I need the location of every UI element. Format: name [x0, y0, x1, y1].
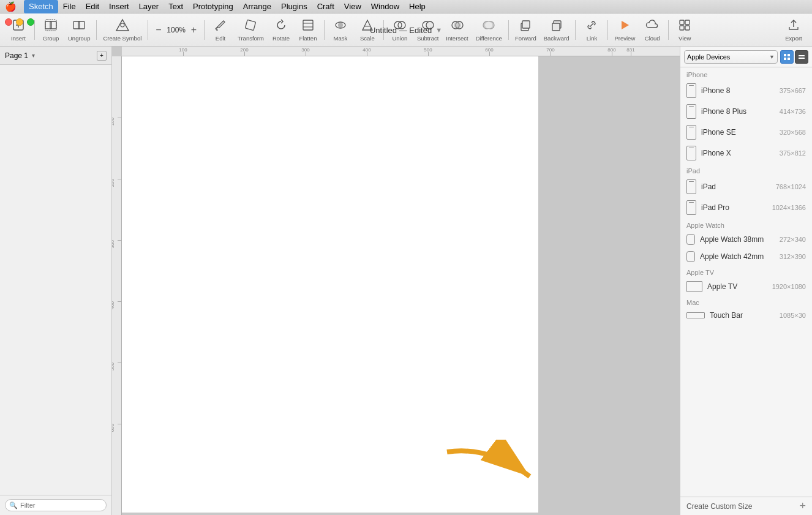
view-toggle-group [780, 50, 808, 64]
watch42-name: Apple Watch 42mm [700, 252, 775, 261]
svg-rect-42 [799, 55, 805, 56]
menu-text[interactable]: Text [164, 0, 188, 13]
transform-button[interactable]: Transform [234, 15, 268, 45]
menu-arrange[interactable]: Arrange [238, 0, 276, 13]
menu-edit[interactable]: Edit [81, 0, 104, 13]
menu-craft[interactable]: Craft [312, 0, 339, 13]
subtract-button[interactable]: Subtract [413, 15, 442, 45]
grid-view-button[interactable] [780, 50, 794, 64]
zoom-in-button[interactable]: + [190, 23, 198, 37]
list-view-button[interactable] [795, 50, 808, 64]
filter-input[interactable] [5, 499, 107, 511]
page-tab[interactable]: Page 1 ▾ + [0, 47, 111, 65]
filter-search-icon: 🔍 [9, 502, 18, 509]
backward-button[interactable]: Backward [540, 15, 573, 45]
menu-layer[interactable]: Layer [134, 0, 164, 13]
separator-6 [383, 20, 384, 40]
scale-label: Scale [360, 35, 375, 42]
footer-label: Create Custom Size [686, 502, 799, 511]
watch38-size: 272×340 [780, 236, 806, 243]
create-symbol-button[interactable]: Create Symbol [99, 15, 145, 45]
section-watch: Apple Watch [680, 218, 812, 231]
device-iphone8[interactable]: iPhone 8 375×667 [680, 80, 812, 101]
preview-button[interactable]: Preview [611, 15, 639, 45]
device-touchbar[interactable]: Touch Bar 1085×30 [680, 308, 812, 323]
svg-rect-38 [784, 54, 786, 56]
menu-help[interactable]: Help [404, 0, 430, 13]
separator-2 [96, 20, 97, 40]
menu-file[interactable]: File [58, 0, 81, 13]
menu-insert[interactable]: Insert [104, 0, 134, 13]
menu-prototyping[interactable]: Prototyping [188, 0, 238, 13]
canvas-area[interactable]: 100200300400500600700800831 100200300400… [112, 47, 680, 515]
ruler-v-tick-500 [118, 363, 121, 363]
separator-7 [508, 20, 509, 40]
union-icon [393, 18, 407, 34]
group-button[interactable]: Group [37, 15, 64, 45]
menu-window[interactable]: Window [366, 0, 404, 13]
device-iphone8plus[interactable]: iPhone 8 Plus 414×736 [680, 101, 812, 122]
device-iphonex[interactable]: iPhone X 375×812 [680, 143, 812, 164]
forward-button[interactable]: Forward [511, 15, 540, 45]
ruler-h-num-800: 800 [607, 47, 615, 53]
cloud-button[interactable]: Cloud [639, 15, 666, 45]
view-icon [678, 18, 691, 34]
svg-rect-41 [788, 58, 790, 60]
minimize-button[interactable] [16, 18, 23, 26]
ruler-h-num-300: 300 [301, 47, 309, 53]
filter-input-wrapper: 🔍 [5, 499, 107, 511]
apple-menu[interactable]: 🍎 [5, 1, 17, 12]
rotate-button[interactable]: Rotate [268, 15, 295, 45]
menu-view[interactable]: View [339, 0, 366, 13]
menu-sketch[interactable]: Sketch [24, 0, 58, 13]
export-label: Export [785, 35, 802, 42]
create-custom-size-button[interactable]: Create Custom Size + [680, 497, 812, 515]
touchbar-icon [686, 312, 705, 318]
device-ipad[interactable]: iPad 768×1024 [680, 176, 812, 197]
mask-button[interactable]: Mask [327, 15, 354, 45]
edit-button[interactable]: Edit [207, 15, 234, 45]
iphone8plus-size: 414×736 [780, 108, 806, 115]
link-label: Link [587, 35, 597, 42]
canvas-white[interactable] [122, 56, 538, 513]
export-button[interactable]: Export [780, 15, 807, 45]
device-watch42[interactable]: Apple Watch 42mm 312×390 [680, 248, 812, 265]
transform-icon [244, 18, 257, 34]
traffic-lights [5, 18, 34, 26]
device-iphonese[interactable]: iPhone SE 320×568 [680, 122, 812, 143]
difference-button[interactable]: Difference [472, 15, 506, 45]
union-button[interactable]: Union [386, 15, 413, 45]
scale-button[interactable]: Scale [354, 15, 381, 45]
toolbar: Insert Group Ungroup Create S [0, 13, 812, 47]
ipadpro-icon [686, 200, 696, 215]
watch38-name: Apple Watch 38mm [700, 235, 775, 244]
svg-point-17 [338, 23, 343, 28]
device-category-dropdown[interactable]: Apple Devices ▼ [684, 50, 778, 64]
add-page-button[interactable]: + [97, 51, 107, 61]
link-button[interactable]: Link [578, 15, 605, 45]
svg-marker-31 [622, 21, 629, 29]
close-button[interactable] [5, 18, 12, 26]
ruler-v-num-200: 200 [112, 179, 115, 187]
iphone8-size: 375×667 [780, 87, 806, 94]
zoom-out-button[interactable]: − [154, 23, 162, 37]
filter-area: 🔍 [0, 495, 111, 515]
svg-rect-34 [680, 26, 684, 30]
menu-plugins[interactable]: Plugins [276, 0, 312, 13]
preview-icon [618, 18, 631, 34]
flatten-button[interactable]: Flatten [295, 15, 321, 45]
iphonese-name: iPhone SE [701, 128, 775, 137]
device-watch38[interactable]: Apple Watch 38mm 272×340 [680, 231, 812, 248]
touchbar-name: Touch Bar [710, 311, 775, 320]
device-tv[interactable]: Apple TV 1920×1080 [680, 278, 812, 295]
device-ipadpro[interactable]: iPad Pro 1024×1366 [680, 197, 812, 218]
dropdown-chevron: ▼ [769, 54, 775, 60]
rotate-icon [274, 18, 288, 34]
intersect-button[interactable]: Intersect [442, 15, 472, 45]
ungroup-button[interactable]: Ungroup [64, 15, 94, 45]
view-button[interactable]: View [671, 15, 698, 45]
maximize-button[interactable] [27, 18, 34, 26]
ipad-size: 768×1024 [776, 183, 806, 190]
zoom-level: 100% [165, 26, 187, 34]
ungroup-icon [72, 18, 86, 34]
